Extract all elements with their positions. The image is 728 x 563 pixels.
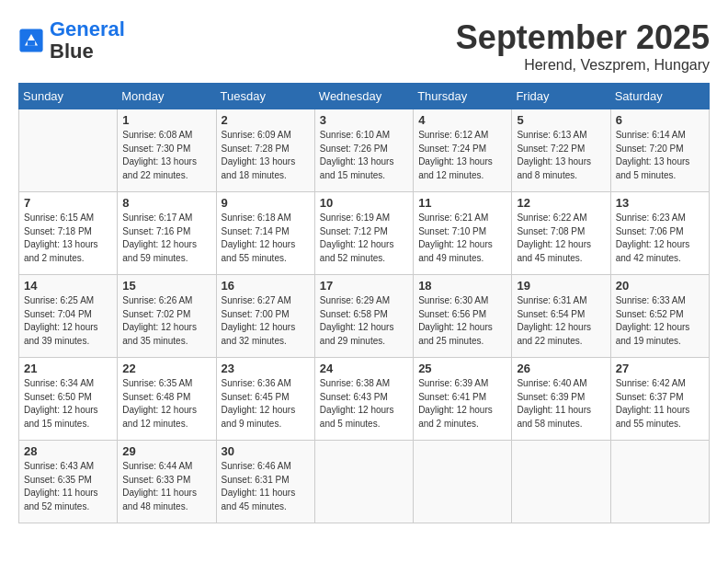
weekday-header: Saturday [610,84,709,109]
day-info: Sunrise: 6:19 AMSunset: 7:12 PMDaylight:… [320,212,408,265]
calendar-cell: 16Sunrise: 6:27 AMSunset: 7:00 PMDayligh… [216,275,314,358]
day-info: Sunrise: 6:38 AMSunset: 6:43 PMDaylight:… [320,377,408,431]
day-number: 18 [418,279,506,293]
day-info: Sunrise: 6:09 AMSunset: 7:28 PMDaylight:… [222,129,310,182]
calendar-header: SundayMondayTuesdayWednesdayThursdayFrid… [19,84,710,109]
day-number: 20 [616,279,704,293]
day-info: Sunrise: 6:29 AMSunset: 6:58 PMDaylight:… [320,294,408,348]
weekday-header: Tuesday [216,84,314,109]
day-info: Sunrise: 6:46 AMSunset: 6:31 PMDaylight:… [222,460,310,513]
day-number: 5 [517,113,605,127]
calendar-week-row: 1Sunrise: 6:08 AMSunset: 7:30 PMDaylight… [19,109,710,192]
calendar-table: SundayMondayTuesdayWednesdayThursdayFrid… [18,83,710,523]
day-number: 2 [222,113,310,127]
day-number: 17 [320,279,408,293]
calendar-cell: 27Sunrise: 6:42 AMSunset: 6:37 PMDayligh… [610,358,709,441]
calendar-cell: 11Sunrise: 6:21 AMSunset: 7:10 PMDayligh… [414,192,512,275]
day-info: Sunrise: 6:18 AMSunset: 7:14 PMDaylight:… [222,212,310,265]
day-number: 15 [122,279,210,293]
day-info: Sunrise: 6:08 AMSunset: 7:30 PMDaylight:… [122,129,210,182]
day-number: 24 [320,362,408,375]
calendar-cell: 13Sunrise: 6:23 AMSunset: 7:06 PMDayligh… [610,192,709,275]
weekday-header: Wednesday [314,84,413,109]
calendar-cell: 7Sunrise: 6:15 AMSunset: 7:18 PMDaylight… [19,192,118,275]
day-number: 25 [418,362,506,375]
calendar-cell: 17Sunrise: 6:29 AMSunset: 6:58 PMDayligh… [314,275,413,358]
day-info: Sunrise: 6:15 AMSunset: 7:18 PMDaylight:… [24,212,112,265]
day-info: Sunrise: 6:12 AMSunset: 7:24 PMDaylight:… [418,129,506,182]
calendar-cell: 12Sunrise: 6:22 AMSunset: 7:08 PMDayligh… [512,192,610,275]
day-info: Sunrise: 6:30 AMSunset: 6:56 PMDaylight:… [418,294,506,348]
calendar-cell [414,441,512,523]
day-info: Sunrise: 6:13 AMSunset: 7:22 PMDaylight:… [517,129,605,182]
day-number: 10 [320,196,408,210]
day-number: 16 [222,279,310,293]
day-info: Sunrise: 6:35 AMSunset: 6:48 PMDaylight:… [122,377,210,431]
day-info: Sunrise: 6:42 AMSunset: 6:37 PMDaylight:… [616,377,704,431]
day-info: Sunrise: 6:31 AMSunset: 6:54 PMDaylight:… [517,294,605,348]
calendar-cell: 15Sunrise: 6:26 AMSunset: 7:02 PMDayligh… [118,275,216,358]
day-info: Sunrise: 6:23 AMSunset: 7:06 PMDaylight:… [616,212,704,265]
day-number: 9 [222,196,310,210]
day-info: Sunrise: 6:21 AMSunset: 7:10 PMDaylight:… [418,212,506,265]
calendar-cell: 9Sunrise: 6:18 AMSunset: 7:14 PMDaylight… [216,192,314,275]
calendar-cell [512,441,610,523]
day-number: 30 [222,444,310,458]
calendar-cell: 22Sunrise: 6:35 AMSunset: 6:48 PMDayligh… [118,358,216,441]
calendar-week-row: 28Sunrise: 6:43 AMSunset: 6:35 PMDayligh… [19,441,710,523]
calendar-cell: 6Sunrise: 6:14 AMSunset: 7:20 PMDaylight… [610,109,709,192]
calendar-cell [610,441,709,523]
calendar-cell: 23Sunrise: 6:36 AMSunset: 6:45 PMDayligh… [216,358,314,441]
day-info: Sunrise: 6:14 AMSunset: 7:20 PMDaylight:… [616,129,704,182]
calendar-week-row: 7Sunrise: 6:15 AMSunset: 7:18 PMDaylight… [19,192,710,275]
day-number: 1 [122,113,210,127]
calendar-cell: 14Sunrise: 6:25 AMSunset: 7:04 PMDayligh… [19,275,118,358]
calendar-cell: 20Sunrise: 6:33 AMSunset: 6:52 PMDayligh… [610,275,709,358]
logo-icon [18,28,44,53]
calendar-cell: 30Sunrise: 6:46 AMSunset: 6:31 PMDayligh… [216,441,314,523]
day-info: Sunrise: 6:34 AMSunset: 6:50 PMDaylight:… [24,377,112,431]
day-number: 13 [616,196,704,210]
weekday-header: Thursday [414,84,512,109]
calendar-week-row: 21Sunrise: 6:34 AMSunset: 6:50 PMDayligh… [19,358,710,441]
calendar-week-row: 14Sunrise: 6:25 AMSunset: 7:04 PMDayligh… [19,275,710,358]
calendar-cell: 29Sunrise: 6:44 AMSunset: 6:33 PMDayligh… [118,441,216,523]
calendar-cell [314,441,413,523]
svg-rect-2 [28,40,35,46]
calendar-cell [19,109,118,192]
day-number: 23 [222,362,310,375]
calendar-cell: 3Sunrise: 6:10 AMSunset: 7:26 PMDaylight… [314,109,413,192]
day-info: Sunrise: 6:36 AMSunset: 6:45 PMDaylight:… [222,377,310,431]
weekday-header: Monday [118,84,216,109]
day-info: Sunrise: 6:26 AMSunset: 7:02 PMDaylight:… [122,294,210,348]
day-number: 6 [616,113,704,127]
logo-text: General Blue [50,18,125,63]
location-subtitle: Herend, Veszprem, Hungary [456,57,710,74]
weekday-header: Friday [512,84,610,109]
day-number: 8 [122,196,210,210]
calendar-body: 1Sunrise: 6:08 AMSunset: 7:30 PMDaylight… [19,109,710,523]
day-info: Sunrise: 6:44 AMSunset: 6:33 PMDaylight:… [122,460,210,513]
day-number: 3 [320,113,408,127]
calendar-cell: 26Sunrise: 6:40 AMSunset: 6:39 PMDayligh… [512,358,610,441]
day-info: Sunrise: 6:39 AMSunset: 6:41 PMDaylight:… [418,377,506,431]
day-number: 12 [517,196,605,210]
weekday-header: Sunday [19,84,118,109]
day-info: Sunrise: 6:17 AMSunset: 7:16 PMDaylight:… [122,212,210,265]
day-number: 27 [616,362,704,375]
day-info: Sunrise: 6:33 AMSunset: 6:52 PMDaylight:… [616,294,704,348]
calendar-cell: 10Sunrise: 6:19 AMSunset: 7:12 PMDayligh… [314,192,413,275]
calendar-cell: 4Sunrise: 6:12 AMSunset: 7:24 PMDaylight… [414,109,512,192]
day-number: 28 [24,444,112,458]
day-number: 22 [122,362,210,375]
day-info: Sunrise: 6:40 AMSunset: 6:39 PMDaylight:… [517,377,605,431]
weekday-header-row: SundayMondayTuesdayWednesdayThursdayFrid… [19,84,710,109]
day-number: 19 [517,279,605,293]
calendar-cell: 1Sunrise: 6:08 AMSunset: 7:30 PMDaylight… [118,109,216,192]
day-info: Sunrise: 6:25 AMSunset: 7:04 PMDaylight:… [24,294,112,348]
calendar-cell: 24Sunrise: 6:38 AMSunset: 6:43 PMDayligh… [314,358,413,441]
calendar-cell: 2Sunrise: 6:09 AMSunset: 7:28 PMDaylight… [216,109,314,192]
day-number: 14 [24,279,112,293]
month-title: September 2025 [456,18,710,57]
calendar-cell: 28Sunrise: 6:43 AMSunset: 6:35 PMDayligh… [19,441,118,523]
